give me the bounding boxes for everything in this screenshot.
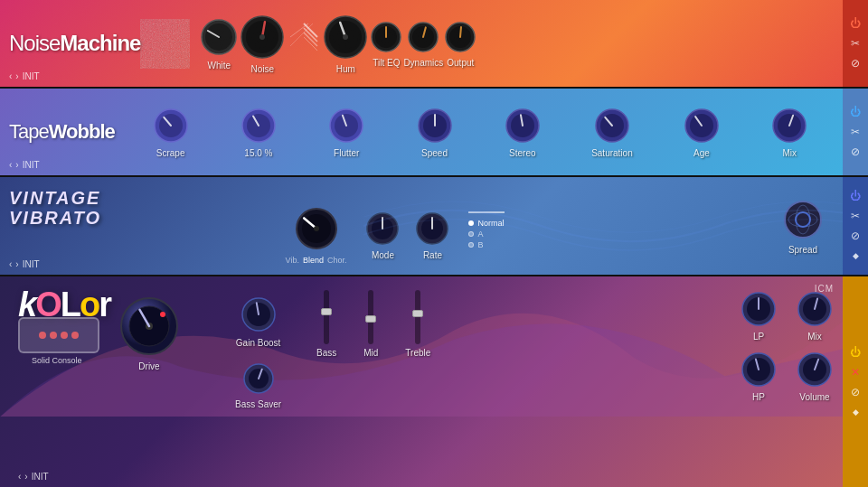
saturation-label: Saturation: [591, 148, 633, 158]
gain-boost-knob[interactable]: [239, 295, 278, 334]
flutter-knob[interactable]: [327, 107, 365, 145]
mid-slider[interactable]: [368, 290, 373, 344]
age-label: Age: [693, 148, 710, 158]
bass-saver-knob[interactable]: [241, 361, 276, 396]
vintage-vibrato-nav[interactable]: ‹ › INIT: [9, 259, 40, 269]
mix2-knob[interactable]: [796, 290, 834, 328]
gain-boost-label: Gain Boost: [236, 338, 280, 348]
dynamics-knob[interactable]: [406, 20, 440, 54]
tw-scissors-icon[interactable]: ✂: [848, 125, 863, 139]
gain-boost-group: Gain Boost: [235, 295, 281, 348]
vv-scissors-icon[interactable]: ✂: [848, 209, 863, 223]
tilteq-knob[interactable]: [369, 20, 403, 54]
treble-slider[interactable]: [415, 290, 420, 344]
nav-left[interactable]: ‹: [9, 71, 12, 81]
tw-power-icon[interactable]: ⏻: [848, 105, 863, 119]
console-dot-3: [61, 332, 68, 339]
vintage-vibrato-title: VINTAGE VIBRATO: [9, 188, 101, 228]
output-knob-group: Output: [443, 20, 477, 68]
age-knob[interactable]: [683, 107, 721, 145]
vintage-vibrato-panel: VINTAGE VIBRATO ‹ › INIT Vib. Blend Chor…: [0, 177, 843, 276]
right-sidebar: ⏻ ✂ ⊘ ⏻ ✂ ⊘ ⏻ ✂ ⊘ ◆ ⏻ ✕ ⊘ ◆: [843, 0, 868, 487]
svg-point-7: [259, 34, 265, 40]
nav-left[interactable]: ‹: [18, 472, 21, 482]
tape-wobble-title: TapeWobble: [9, 122, 127, 142]
noise-knob[interactable]: [239, 14, 286, 61]
output-knob-label: Output: [447, 58, 474, 68]
drive-label: Drive: [138, 361, 159, 371]
gain-bass-section: Gain Boost Bass Saver: [235, 295, 281, 409]
percent-knob-group: 15.0 %: [240, 107, 278, 158]
speed-knob-group: Speed: [416, 107, 454, 158]
noise-machine-nav[interactable]: ‹ › INIT: [9, 71, 40, 81]
tilteq-knob-label: Tilt EQ: [373, 58, 400, 68]
kolor-no-icon[interactable]: ⊘: [848, 385, 863, 399]
nm-power-icon[interactable]: ⏻: [848, 16, 863, 31]
console-dot-2: [50, 332, 57, 339]
kolor-nav[interactable]: ‹ › INIT: [18, 472, 49, 482]
speed-knob[interactable]: [416, 107, 454, 145]
nav-init[interactable]: INIT: [32, 472, 49, 482]
kolor-panel: ICM kOLor Solid Console ‹ › INIT: [0, 276, 843, 487]
tw-no-icon[interactable]: ⊘: [848, 145, 863, 159]
nav-right[interactable]: ›: [15, 160, 18, 170]
volume-knob[interactable]: [796, 351, 834, 389]
nav-right[interactable]: ›: [15, 259, 18, 269]
hp-knob[interactable]: [740, 351, 778, 389]
svg-point-54: [314, 226, 319, 231]
nav-right[interactable]: ›: [15, 71, 18, 81]
dynamics-knob-label: Dynamics: [403, 58, 443, 68]
nav-init[interactable]: INIT: [23, 259, 40, 269]
hp-knob-group: HP: [740, 351, 778, 402]
bass-slider[interactable]: [324, 290, 329, 344]
svg-point-17: [343, 34, 348, 40]
svg-line-26: [460, 27, 461, 37]
lp-knob[interactable]: [740, 290, 778, 328]
nm-no-icon[interactable]: ⊘: [848, 56, 863, 70]
volume-label: Volume: [799, 392, 829, 402]
nav-right[interactable]: ›: [24, 472, 27, 482]
percent-knob[interactable]: [240, 107, 278, 145]
mode-normal[interactable]: Normal: [468, 219, 505, 228]
nav-left[interactable]: ‹: [9, 259, 12, 269]
mode-knob[interactable]: [364, 211, 401, 247]
blend-knob[interactable]: [293, 205, 340, 252]
vv-extra-icon[interactable]: ◆: [848, 248, 863, 263]
nav-init[interactable]: INIT: [23, 160, 40, 170]
kolor-extra-icon[interactable]: ◆: [848, 405, 863, 419]
output-knob[interactable]: [443, 20, 477, 54]
treble-label: Treble: [405, 348, 430, 358]
mode-b[interactable]: B: [468, 240, 505, 249]
mode-selector: Normal A B: [468, 211, 505, 249]
console-dot-4: [71, 332, 79, 339]
blend-label: Blend: [303, 256, 324, 265]
hum-knob-group: Hum: [322, 14, 369, 74]
vv-power-icon[interactable]: ⏻: [848, 189, 863, 203]
volume-knob-group: Volume: [796, 351, 834, 402]
kolor-sliders: Bass Mid Treble: [316, 290, 430, 358]
stereo-label: Stereo: [509, 148, 535, 158]
scrape-label: Scrape: [156, 148, 185, 158]
saturation-knob[interactable]: [593, 107, 631, 145]
stereo-knob[interactable]: [504, 107, 542, 145]
vv-no-icon[interactable]: ⊘: [848, 229, 863, 243]
bass-label: Bass: [316, 348, 336, 358]
kolor-x-icon[interactable]: ✕: [848, 365, 863, 379]
hum-knob[interactable]: [322, 14, 369, 61]
kolor-power-icon[interactable]: ⏻: [848, 345, 863, 360]
nm-scissors-icon[interactable]: ✂: [848, 36, 863, 51]
console-dot-1: [39, 332, 46, 339]
nav-init[interactable]: INIT: [23, 71, 40, 81]
mix-knob[interactable]: [770, 107, 808, 145]
white-knob[interactable]: [199, 17, 239, 57]
drive-knob[interactable]: [118, 295, 181, 358]
noise-knob-label: Noise: [251, 64, 275, 74]
scrape-knob-group: Scrape: [152, 107, 190, 158]
rate-knob[interactable]: [414, 211, 450, 247]
scrape-knob[interactable]: [152, 107, 190, 145]
mode-a[interactable]: A: [468, 229, 505, 239]
spread-knob[interactable]: [781, 198, 825, 241]
nav-left[interactable]: ‹: [9, 160, 12, 170]
tape-wobble-nav[interactable]: ‹ › INIT: [9, 160, 40, 170]
blend-knob-group: Vib. Blend Chor.: [286, 205, 347, 265]
